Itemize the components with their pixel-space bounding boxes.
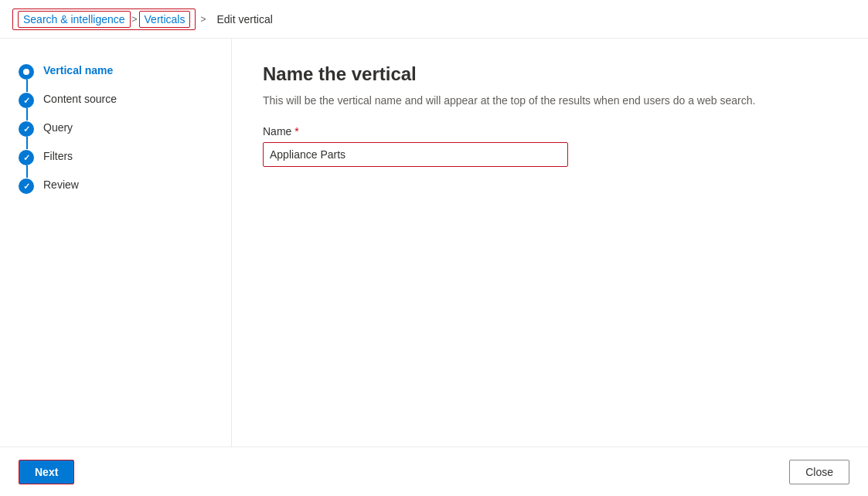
sidebar-label-content-source: Content source (43, 92, 117, 105)
name-label-text: Name (263, 125, 291, 138)
breadcrumb: Search & intelligence > Verticals > Edit… (12, 8, 273, 30)
sidebar-item-content-source[interactable]: ✓ Content source (0, 86, 231, 114)
next-button[interactable]: Next (19, 460, 74, 484)
check-icon-content-source: ✓ (23, 96, 30, 106)
step-indicator-vertical-name (19, 64, 34, 80)
name-input[interactable] (263, 142, 568, 167)
page-title: Edit vertical (216, 13, 272, 25)
header: Search & intelligence > Verticals > Edit… (0, 0, 868, 39)
breadcrumb-link-search-intelligence[interactable]: Search & intelligence (18, 11, 131, 28)
name-field-container: Name * (263, 125, 837, 167)
step-indicator-filters: ✓ (19, 150, 34, 165)
sidebar: Vertical name ✓ Content source ✓ Query ✓ (0, 39, 232, 447)
sidebar-label-filters: Filters (43, 149, 73, 162)
close-button[interactable]: Close (789, 460, 849, 484)
footer: Next Close (0, 447, 868, 496)
step-indicator-query: ✓ (19, 121, 34, 137)
check-icon-query: ✓ (23, 124, 30, 134)
breadcrumb-separator-1: > (132, 14, 138, 25)
name-field-label: Name * (263, 125, 837, 138)
sidebar-item-query[interactable]: ✓ Query (0, 114, 231, 143)
breadcrumb-links-box: Search & intelligence > Verticals (12, 8, 196, 30)
check-icon-filters: ✓ (23, 153, 30, 163)
content-heading: Name the vertical (263, 63, 837, 85)
sidebar-item-filters[interactable]: ✓ Filters (0, 143, 231, 172)
content-description: This will be the vertical name and will … (263, 94, 804, 107)
check-icon-review: ✓ (23, 182, 30, 192)
required-indicator: * (294, 125, 298, 138)
step-indicator-review: ✓ (19, 178, 34, 194)
sidebar-label-query: Query (43, 121, 73, 134)
page-container: Search & intelligence > Verticals > Edit… (0, 0, 868, 496)
footer-right: Close (789, 460, 849, 484)
sidebar-label-vertical-name: Vertical name (43, 63, 113, 76)
step-indicator-content-source: ✓ (19, 93, 34, 108)
breadcrumb-link-verticals[interactable]: Verticals (139, 11, 191, 28)
footer-left: Next (19, 460, 74, 484)
main-content: Vertical name ✓ Content source ✓ Query ✓ (0, 39, 868, 447)
sidebar-label-review: Review (43, 178, 79, 191)
step-dot-active (23, 69, 29, 75)
sidebar-item-vertical-name[interactable]: Vertical name (0, 57, 231, 86)
sidebar-item-review[interactable]: ✓ Review (0, 172, 231, 200)
content-panel: Name the vertical This will be the verti… (232, 39, 868, 447)
breadcrumb-separator-2: > (200, 14, 206, 25)
